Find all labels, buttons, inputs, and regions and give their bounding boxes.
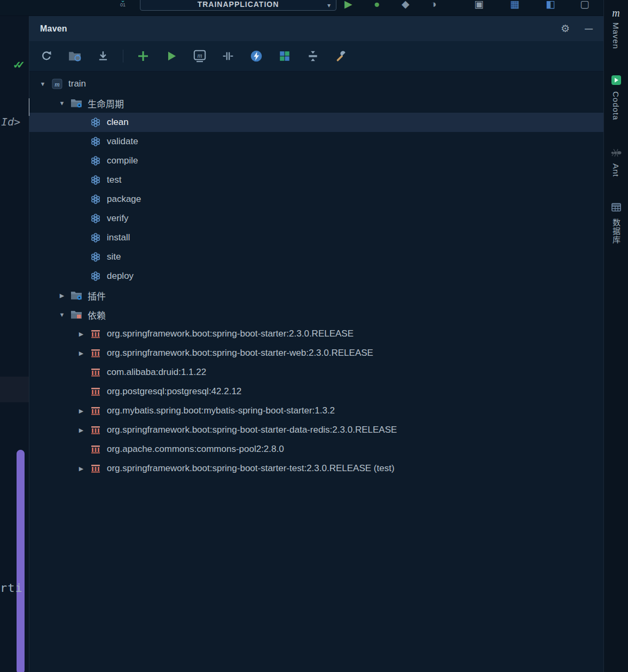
reload-maven-projects-icon[interactable]: [37, 46, 56, 66]
tree-row[interactable]: ▶org.springframework.boot:spring-boot-st…: [29, 343, 603, 363]
goal-icon: [89, 231, 102, 244]
tree-item-label: org.mybatis.spring.boot:mybatis-spring-b…: [107, 405, 335, 416]
tree-item-label: org.apache.commons:commons-pool2:2.8.0: [107, 444, 284, 455]
goal-icon: [89, 154, 102, 167]
coverage-icon[interactable]: ◆: [402, 0, 410, 12]
maven-panel-header: Maven ⚙ —: [29, 16, 603, 41]
run-maven-build-icon[interactable]: [162, 46, 181, 66]
chevron-collapsed-icon[interactable]: ▶: [73, 350, 89, 357]
tree-item-label: test: [107, 175, 121, 185]
stripe-tab-codota[interactable]: Codota: [611, 75, 622, 120]
maven-settings-icon[interactable]: [332, 46, 351, 66]
collapse-all-icon[interactable]: [303, 46, 323, 66]
run-configuration-combo[interactable]: TRAINAPPLICATION ▾: [140, 0, 336, 11]
gear-icon[interactable]: ⚙: [561, 24, 570, 34]
tree-row[interactable]: ▼ 依赖: [29, 305, 603, 324]
goal-icon: [89, 193, 102, 206]
tree-item-label: com.alibaba:druid:1.1.22: [107, 367, 206, 378]
library-icon: [89, 404, 102, 417]
stripe-tab-label: Ant: [611, 163, 621, 177]
tree-item-label: org.springframework.boot:spring-boot-sta…: [107, 463, 395, 474]
chevron-collapsed-icon[interactable]: ▶: [54, 292, 70, 299]
stripe-tab-label: 数据库: [610, 218, 622, 244]
tree-row[interactable]: validate: [29, 132, 603, 151]
panel-title: Maven: [40, 24, 67, 34]
generate-sources-icon[interactable]: [65, 46, 84, 66]
tree-row[interactable]: ▶org.springframework.boot:spring-boot-st…: [29, 420, 603, 440]
show-profiles-icon[interactable]: [275, 46, 294, 66]
maven-tree: ▼mtrain▼ 生命周期cleanvalidatecompiletestpac…: [29, 72, 603, 478]
tree-row[interactable]: org.apache.commons:commons-pool2:2.8.0: [29, 440, 603, 459]
tree-row[interactable]: verify: [29, 209, 603, 228]
chevron-collapsed-icon[interactable]: ▶: [73, 408, 89, 415]
package-icon[interactable]: ▣: [474, 0, 484, 12]
chevron-collapsed-icon[interactable]: ▶: [73, 331, 89, 338]
main-toolbar: ⌄ 01 TRAINAPPLICATION ▾ ▶●◆◑▣▦◧▢: [0, 0, 603, 16]
library-icon: [89, 462, 102, 475]
assistant-icon[interactable]: ◧: [546, 0, 555, 12]
chevron-expanded-icon[interactable]: ▼: [35, 81, 51, 87]
chevron-collapsed-icon[interactable]: ▶: [73, 427, 89, 434]
tree-row[interactable]: clean: [29, 113, 603, 132]
tree-row[interactable]: ▶org.mybatis.spring.boot:mybatis-spring-…: [29, 401, 603, 420]
goal-icon: [89, 212, 102, 225]
tree-row[interactable]: ▶org.springframework.boot:spring-boot-st…: [29, 324, 603, 343]
tree-item-label: validate: [107, 136, 138, 147]
frame-icon[interactable]: ▢: [580, 0, 590, 12]
tree-row[interactable]: ▶org.springframework.boot:spring-boot-st…: [29, 459, 603, 478]
offline-mode-icon[interactable]: [247, 46, 266, 66]
stripe-tab-ant[interactable]: Ant: [610, 148, 622, 177]
download-sources-icon[interactable]: [93, 46, 113, 66]
tool-grid-icon[interactable]: ▦: [510, 0, 520, 12]
tree-row[interactable]: site: [29, 247, 603, 267]
tree-row[interactable]: org.postgresql:postgresql:42.2.12: [29, 382, 603, 401]
tree-item-label: compile: [107, 155, 138, 166]
chevron-expanded-icon[interactable]: ▼: [54, 311, 70, 318]
debug-icon[interactable]: ●: [374, 0, 380, 12]
stripe-tab-maven[interactable]: mMaven: [611, 7, 621, 49]
tree-item-label: verify: [107, 213, 129, 224]
chevron-collapsed-icon[interactable]: ▶: [73, 465, 89, 472]
tree-item-label: install: [107, 232, 130, 243]
tree-row[interactable]: deploy: [29, 267, 603, 286]
tree-item-label: org.springframework.boot:spring-boot-sta…: [107, 425, 397, 435]
tree-row[interactable]: test: [29, 170, 603, 190]
tree-item-label: 插件: [88, 289, 106, 302]
editor-edge: ✓✓ Id> rti: [0, 16, 29, 672]
tree-row[interactable]: package: [29, 190, 603, 209]
execute-maven-goal-icon[interactable]: m: [190, 46, 209, 66]
tree-row[interactable]: com.alibaba:druid:1.1.22: [29, 363, 603, 382]
maven-toolbar: m: [29, 41, 603, 72]
skip-tests-icon[interactable]: [218, 46, 238, 66]
tree-row[interactable]: ▼ 生命周期: [29, 93, 603, 113]
toolbar-separator: [123, 50, 123, 62]
scrollbar-thumb[interactable]: [17, 450, 25, 672]
tree-item-label: train: [68, 79, 86, 89]
goal-icon: [89, 270, 102, 283]
minimize-icon[interactable]: —: [585, 24, 593, 34]
tree-row[interactable]: install: [29, 228, 603, 247]
tree-row[interactable]: compile: [29, 151, 603, 170]
tree-row[interactable]: ▼mtrain: [29, 74, 603, 93]
run-configuration-label: TRAINAPPLICATION: [198, 0, 279, 9]
add-maven-project-icon[interactable]: [134, 46, 153, 66]
goal-icon: [89, 251, 102, 263]
chevron-expanded-icon[interactable]: ▼: [54, 100, 70, 106]
tree-item-label: clean: [107, 117, 129, 128]
tree-item-label: site: [107, 252, 121, 262]
library-icon: [89, 366, 102, 379]
maven-module-icon: m: [51, 77, 64, 90]
library-icon: [89, 424, 102, 436]
tool-window-stripe: mMavenCodotaAnt数据库: [603, 0, 628, 672]
ant-logo-icon: [610, 148, 622, 160]
profiler-icon[interactable]: ◑: [430, 0, 436, 12]
tree-item-label: deploy: [107, 271, 134, 282]
run-icon[interactable]: ▶: [344, 0, 352, 12]
tree-item-label: org.postgresql:postgresql:42.2.12: [107, 386, 241, 397]
library-icon: [89, 327, 102, 340]
editor-code-fragment: rti: [0, 581, 23, 595]
tree-row[interactable]: ▶ 插件: [29, 286, 603, 305]
stripe-tab-[interactable]: 数据库: [610, 202, 622, 244]
library-icon: [89, 347, 102, 360]
vcs-widget[interactable]: ⌄ 01: [112, 0, 134, 7]
